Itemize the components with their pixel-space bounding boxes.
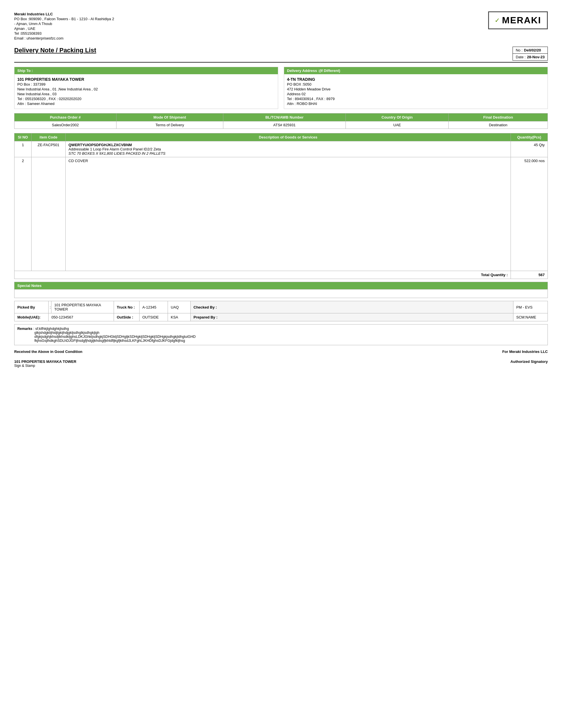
truck-no-label: Truck No : bbox=[117, 305, 135, 309]
footer-section: Received the Above in Good Condition For… bbox=[14, 349, 548, 354]
picked-by-label: Picked By bbox=[17, 305, 35, 309]
outside-location: KSA bbox=[171, 315, 178, 319]
delivery-address-box: Delivery Address :(If Different) 4-TN TR… bbox=[284, 67, 548, 109]
checked-by-value-cell: PM - EVS bbox=[513, 301, 548, 313]
title-section: Delivery Note / Packing List No : Dell/0… bbox=[14, 47, 548, 63]
item-2-desc: CD COVER bbox=[66, 157, 511, 271]
outside-location-cell: KSA bbox=[168, 313, 191, 321]
col-final-dest: Final Destination bbox=[449, 113, 548, 121]
checked-by-label-cell: Checked By : bbox=[191, 301, 513, 313]
remarks-text3: dfgkjsdghjkhsdjlkhsdkljghsLDKJGhkljsdhgk… bbox=[34, 335, 196, 339]
prepared-by-value: SCM:NAME bbox=[516, 315, 536, 319]
authorized-signatory: Authorized Signatory bbox=[511, 359, 548, 368]
items-table: SI NO item Code Description of Goods or … bbox=[14, 133, 548, 279]
doc-date-value: 28-Nov-23 bbox=[527, 55, 545, 59]
doc-date-row: Date : 28-Nov-23 bbox=[513, 54, 548, 60]
remarks-text4: fkjhsGsjlhdkghSDLhDJGFljhsdgfjhdgljkhdsg… bbox=[34, 339, 185, 343]
company-info: Meraki Industries LLC PO Box :909090 , F… bbox=[14, 11, 114, 41]
ship-to-header: Ship To : bbox=[14, 67, 278, 74]
delivery-tel: Tel : 894030914 , FAX : 8979 bbox=[287, 97, 545, 101]
company-address2: - Ajman, Umm A Thoub bbox=[14, 22, 114, 26]
picked-by-cell: Picked By bbox=[14, 301, 49, 313]
remarks-text1: sf;klfhkjlghdghkjlsdhg bbox=[35, 327, 69, 331]
address-section: Ship To : 101 PROPERTIES MAYAKA TOWER PO… bbox=[14, 67, 548, 109]
signatory-section: 101 PROPERTIES MAYAKA TOWER Sign & Stamp… bbox=[14, 359, 548, 368]
col-bl-number: BL/TCN/AWB Number bbox=[223, 113, 346, 121]
shipment-bl-value: ATS# 825931 bbox=[223, 121, 346, 129]
special-notes-section: Special Notes bbox=[14, 282, 548, 298]
item-1-desc-line3: STC 70 BOXES X 9X1,800 LIDES PACKED IN 2… bbox=[69, 151, 508, 156]
prepared-by-label: Prepared By : bbox=[194, 315, 218, 319]
delivery-po: PO BOX :5050 bbox=[287, 82, 545, 86]
truck-no-value: A-12345 bbox=[142, 305, 156, 309]
logo-checkmark-icon: ✓ bbox=[495, 17, 500, 24]
item-2-code bbox=[32, 157, 66, 271]
doc-title: Delivery Note / Packing List bbox=[14, 47, 96, 54]
shipment-mode-value: Terms of Delivery bbox=[116, 121, 223, 129]
item-2-desc-line1: CD COVER bbox=[69, 159, 508, 163]
picked-by-value: 101 PROPERTIES MAYAKA TOWER bbox=[54, 303, 111, 311]
logo-text: MERAKI bbox=[502, 15, 541, 26]
ship-to-addr1: New Industrial Area , 01 ,New Industrial… bbox=[17, 87, 275, 91]
delivery-address-header: Delivery Address :(If Different) bbox=[284, 67, 548, 74]
delivery-attn: Attn : ROBO BHAI bbox=[287, 102, 545, 106]
shipment-data-row: SalesOrder2002 Terms of Delivery ATS# 82… bbox=[14, 121, 548, 129]
delivery-addr2: Address 02 bbox=[287, 92, 545, 96]
checked-by-label: Checked By : bbox=[194, 305, 217, 309]
ship-to-po: PO Box : 337399 bbox=[17, 82, 275, 86]
prepared-by-value-cell: SCM:NAME bbox=[513, 313, 548, 321]
item-row-1: 1 ZE-FACP501 QWERTYUIOPSDFGHJKLZXCVBNM A… bbox=[14, 141, 548, 157]
doc-no-row: No : Dell/02/20 bbox=[513, 47, 548, 54]
bottom-row-2: Mobile(UAE): 050-1234567 OutSide : OUTSI… bbox=[14, 313, 548, 321]
items-header-row: SI NO item Code Description of Goods or … bbox=[14, 133, 548, 141]
outside-label-cell: OutSide : bbox=[114, 313, 140, 321]
item-row-2: 2 CD COVER 522.000 nos bbox=[14, 157, 548, 271]
for-company: For Meraki Industries LLC bbox=[502, 349, 548, 354]
item-2-qty: 522.000 nos bbox=[511, 157, 548, 271]
ship-to-attn: Attn : Sameer Ahamed bbox=[17, 102, 275, 106]
company-tel: Tel :0551508393 bbox=[14, 31, 114, 36]
doc-no-value: Dell/02/20 bbox=[524, 48, 541, 52]
mobile-label-cell: Mobile(UAE): bbox=[14, 313, 49, 321]
company-address1: PO Box :909090 , Falcon Towers - B1 - 12… bbox=[14, 17, 114, 21]
mobile-label: Mobile(UAE): bbox=[17, 315, 41, 319]
item-1-sino: 1 bbox=[14, 141, 32, 157]
client-name: 101 PROPERTIES MAYAKA TOWER bbox=[14, 359, 76, 364]
col-mode-shipment: Mode Of Shipment bbox=[116, 113, 223, 121]
mobile-value: 050-1234567 bbox=[51, 315, 73, 319]
item-1-code: ZE-FACP501 bbox=[32, 141, 66, 157]
remarks-section: Remarks : sf;klfhkjlghdghkjlsdhg glkjshd… bbox=[14, 324, 548, 345]
special-notes-body bbox=[14, 289, 548, 298]
remarks-label: Remarks bbox=[17, 327, 32, 331]
bottom-row-1: Picked By : 101 PROPERTIES MAYAKA TOWER … bbox=[14, 301, 548, 313]
col-country-origin: Country Of Origin bbox=[345, 113, 449, 121]
prepared-by-label-cell: Prepared By : bbox=[191, 313, 513, 321]
company-email: Email : uhsenterprisesfzc.com bbox=[14, 36, 114, 40]
delivery-address-content: 4-TN TRADING PO BOX :5050 472 Hidden Mea… bbox=[284, 74, 548, 109]
total-value: 567 bbox=[511, 271, 548, 279]
remarks-text2: glkjshdgklijhidjlgkijhdjgkljsdhglkjsdhgk… bbox=[34, 331, 100, 335]
ship-to-name: 101 PROPERTIES MAYAKA TOWER bbox=[17, 77, 275, 82]
shipment-country-value: UAE bbox=[345, 121, 449, 129]
mobile-value-cell: 050-1234567 bbox=[49, 313, 114, 321]
received-text: Received the Above in Good Condition bbox=[14, 349, 82, 354]
col-item-code: item Code bbox=[32, 133, 66, 141]
truck-location: UAQ bbox=[171, 305, 179, 309]
picked-by-colon: : bbox=[49, 301, 51, 313]
ship-to-tel: Tel : 0551508320 , FAX : 02020202020 bbox=[17, 97, 275, 101]
outside-value-cell: OUTSIDE bbox=[140, 313, 168, 321]
remarks-colon: : bbox=[33, 327, 34, 331]
outside-label: OutSide : bbox=[117, 315, 133, 319]
doc-meta: No : Dell/02/20 Date : 28-Nov-23 bbox=[513, 47, 548, 61]
picked-by-value-cell: 101 PROPERTIES MAYAKA TOWER bbox=[51, 301, 114, 313]
logo-area: ✓ MERAKI bbox=[488, 11, 548, 29]
shipment-header-row: Purchase Order # Mode Of Shipment BL/TCN… bbox=[14, 113, 548, 121]
total-row: Total Quantity : 567 bbox=[14, 271, 548, 279]
client-signatory: 101 PROPERTIES MAYAKA TOWER Sign & Stamp bbox=[14, 359, 76, 368]
company-name: Meraki Industries LLC bbox=[14, 12, 114, 16]
truck-no-label-cell: Truck No : bbox=[114, 301, 140, 313]
delivery-name: 4-TN TRADING bbox=[287, 77, 545, 82]
doc-date-label: Date : bbox=[516, 55, 526, 59]
picked-by-colon-char: : bbox=[50, 305, 51, 309]
col-purchase-order: Purchase Order # bbox=[14, 113, 117, 121]
